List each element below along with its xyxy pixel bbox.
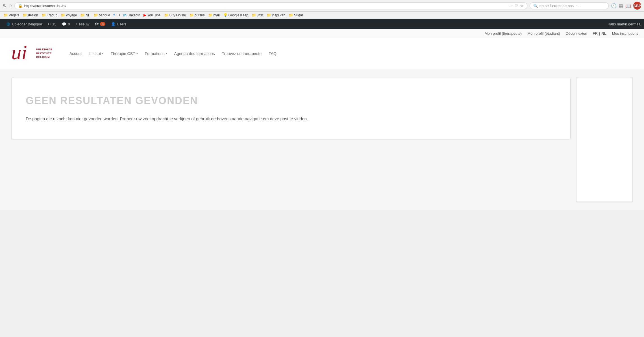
mes-inscriptions-link[interactable]: Mes inscriptions: [612, 31, 638, 36]
facebook-icon: f: [114, 13, 115, 17]
googlekeep-icon: 💡: [223, 13, 228, 17]
bookmark-mail[interactable]: 📁 mail: [207, 12, 221, 18]
user-bar: Mon profil (thérapeute) Mon profil (étud…: [0, 29, 644, 38]
not-found-title: GEEN RESULTATEN GEVONDEN: [26, 95, 556, 107]
bookmark-projets[interactable]: 📁 Projets: [2, 12, 20, 18]
folder-icon: 📁: [208, 13, 213, 17]
bookmark-label: inspi van: [272, 13, 285, 17]
svg-text:ui: ui: [11, 42, 27, 62]
bookmark-banque[interactable]: 📁 banque: [92, 12, 111, 18]
nav-label: Formations: [145, 51, 165, 56]
bookmark-nl[interactable]: 📁 NL: [79, 12, 91, 18]
nav-accueil[interactable]: Accueil: [69, 51, 82, 56]
url-text: https://craniosacree.be/nl/: [24, 4, 508, 8]
bookmark-linkedin[interactable]: in LinkedIn: [122, 12, 141, 18]
lang-switcher: FR | NL: [593, 31, 606, 36]
not-found-text: De pagina die u zocht kon niet gevonden …: [26, 115, 556, 122]
bookmark-fb[interactable]: f FB: [112, 12, 121, 18]
search-arrow-icon: →: [576, 4, 580, 8]
folder-icon: 📁: [267, 13, 271, 17]
logo-svg: ui: [11, 42, 34, 62]
wp-comments[interactable]: 💬 0: [59, 19, 73, 29]
wp-users[interactable]: 👤 Users: [108, 19, 129, 29]
nav-trouvez[interactable]: Trouvez un thérapeute: [222, 51, 262, 56]
profil-etudiant-link[interactable]: Mon profil (étudiant): [527, 31, 560, 36]
bookmark-jyb[interactable]: 📁 JYB: [251, 12, 264, 18]
nav-agenda[interactable]: Agenda des formations: [174, 51, 215, 56]
chevron-down-icon: ▾: [102, 52, 103, 55]
bookmark-label: YouTube: [147, 13, 160, 17]
bookmark-label: Buy Online: [169, 13, 186, 17]
bookmark-youtube[interactable]: ▶ YouTube: [142, 12, 162, 18]
wp-site-label: Upledger Belgique: [12, 22, 42, 26]
youtube-icon: ▶: [143, 13, 146, 17]
wp-new[interactable]: + Nieuw: [73, 19, 92, 29]
address-bar[interactable]: 🔒 https://craniosacree.be/nl/ ··· ♡ ☆: [14, 2, 527, 9]
linkedin-icon: in: [123, 13, 127, 17]
folder-icon: 📁: [61, 13, 65, 17]
bookmark-traduc[interactable]: 📁 Traduc: [40, 12, 58, 18]
bookmark-label: voyage: [66, 13, 77, 17]
site: Mon profil (thérapeute) Mon profil (étud…: [0, 29, 644, 210]
deconnexion-link[interactable]: Déconnexion: [566, 31, 587, 36]
logo-icon: ui: [11, 42, 34, 65]
wp-site-name[interactable]: ⊕ Upledger Belgique: [3, 19, 45, 29]
bookmark-inspi[interactable]: 📁 inspi van: [266, 12, 286, 18]
wp-logo-icon: ⊕: [6, 21, 10, 27]
chevron-down-icon: ▾: [166, 52, 167, 55]
pocket-icon[interactable]: ♡: [515, 4, 518, 8]
folder-icon: 📁: [80, 13, 85, 17]
wp-refresh-count: 15: [52, 22, 56, 26]
nav-label: Institut: [89, 51, 101, 56]
folder-icon: 📁: [93, 13, 98, 17]
refresh-icon[interactable]: ↻: [3, 3, 6, 8]
wp-new-icon: +: [76, 22, 78, 26]
site-logo[interactable]: ui UPLEDGERINSTITUTEBELGIUM: [11, 42, 53, 65]
nav-therapie[interactable]: Thérapie CST ▾: [110, 51, 138, 56]
chevron-down-icon: ▾: [136, 52, 138, 55]
bookmark-cursus[interactable]: 📁 cursus: [188, 12, 206, 18]
lang-nl[interactable]: NL: [601, 31, 606, 36]
folder-icon: 📁: [189, 13, 194, 17]
wp-refresh[interactable]: ↻ 15: [45, 19, 59, 29]
folder-icon: 📁: [252, 13, 256, 17]
bookmark-googlekeep[interactable]: 💡 Google Keep: [222, 12, 249, 18]
wp-comments-count: 0: [68, 22, 70, 26]
bookmark-label: NL: [86, 13, 90, 17]
synced-tabs-icon[interactable]: ▦: [619, 3, 623, 8]
wp-admin-bar: ⊕ Upledger Belgique ↻ 15 💬 0 + Nieuw 🗺 3…: [0, 19, 644, 29]
account-badge[interactable]: ABP: [633, 2, 641, 10]
site-nav: ui UPLEDGERINSTITUTEBELGIUM Accueil Inst…: [0, 38, 644, 69]
home-icon[interactable]: ⌂: [9, 3, 12, 8]
lang-fr[interactable]: FR: [593, 31, 598, 36]
profil-therapeute-link[interactable]: Mon profil (thérapeute): [485, 31, 522, 36]
wp-refresh-icon: ↻: [48, 22, 51, 26]
nav-faq[interactable]: FAQ: [269, 51, 277, 56]
bookmarks-bar: 📁 Projets 📁 design 📁 Traduc 📁 voyage 📁 N…: [0, 12, 644, 19]
not-found-box: GEEN RESULTATEN GEVONDEN De pagina die u…: [11, 78, 571, 140]
bookmark-label: cursus: [195, 13, 204, 17]
bookmark-label: Google Keep: [229, 13, 248, 17]
nav-institut[interactable]: Institut ▾: [89, 51, 103, 56]
reader-mode-icon[interactable]: 📖: [625, 3, 631, 8]
bookmark-label: Sugar: [294, 13, 303, 17]
folder-icon: 📁: [3, 13, 8, 17]
history-icon[interactable]: 🕐: [611, 3, 617, 8]
search-text: en ne fonctionne pas: [539, 4, 574, 8]
wp-maps[interactable]: 🗺 3: [92, 19, 108, 29]
more-icon[interactable]: ···: [509, 4, 512, 8]
bookmark-label: design: [28, 13, 38, 17]
nav-formations[interactable]: Formations ▾: [145, 51, 167, 56]
folder-icon: 📁: [289, 13, 293, 17]
bookmark-buyonline[interactable]: 📁 Buy Online: [163, 12, 187, 18]
bookmark-design[interactable]: 📁 design: [21, 12, 39, 18]
sidebar: [576, 78, 633, 202]
bookmark-sugar[interactable]: 📁 Sugar: [288, 12, 304, 18]
wp-users-icon: 👤: [111, 22, 116, 26]
wp-hello-text: Hallo martin germea: [608, 22, 641, 26]
wp-user-greeting: Hallo martin germea: [608, 22, 641, 26]
search-bar[interactable]: 🔍 en ne fonctionne pas →: [530, 2, 609, 9]
main-content: GEEN RESULTATEN GEVONDEN De pagina die u…: [11, 78, 571, 202]
bookmark-voyage[interactable]: 📁 voyage: [60, 12, 78, 18]
bookmark-icon[interactable]: ☆: [520, 4, 524, 8]
